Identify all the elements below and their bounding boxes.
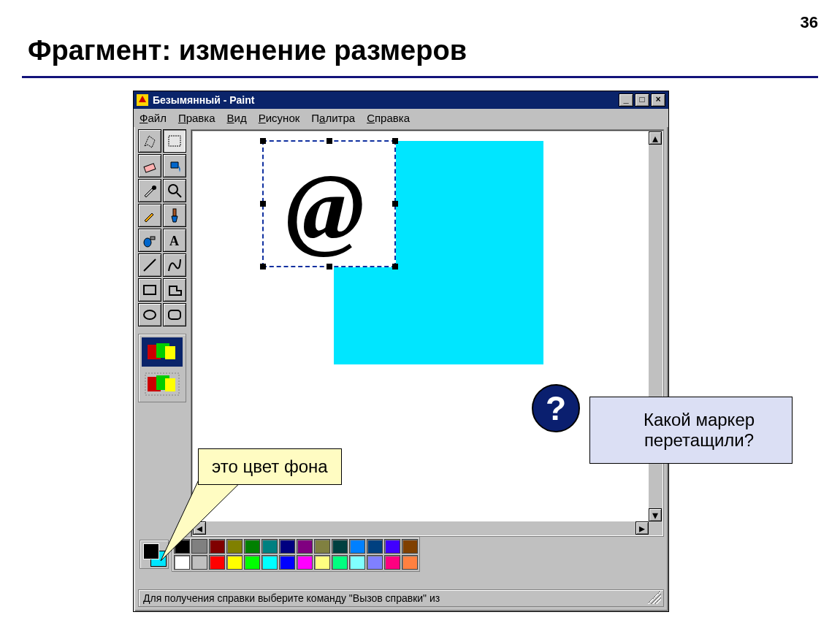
color-swatch[interactable]	[402, 539, 418, 554]
polygon-tool[interactable]	[163, 278, 186, 302]
line-tool[interactable]	[138, 253, 161, 277]
brush-tool-icon	[167, 207, 183, 223]
toolbox: A	[138, 129, 188, 402]
svg-point-4	[169, 185, 177, 194]
menu-bar: ФФайлайл Правка Вид Рисунок Палитра Спра…	[134, 109, 668, 127]
handle-se[interactable]	[392, 264, 398, 269]
scroll-up-button[interactable]: ▴	[649, 131, 662, 145]
rect-select-tool-icon	[167, 133, 183, 149]
eraser-tool-icon	[142, 158, 158, 174]
tool-options	[138, 334, 186, 402]
close-button[interactable]: ×	[651, 93, 665, 107]
app-icon	[137, 94, 148, 106]
menu-help[interactable]: Справка	[367, 112, 410, 124]
resize-grip[interactable]	[648, 591, 661, 604]
rounded-rect-tool[interactable]	[163, 303, 186, 326]
handle-sw[interactable]	[260, 264, 266, 269]
polygon-tool-icon	[167, 282, 183, 298]
titlebar[interactable]: Безымянный - Paint _ □ ×	[134, 91, 668, 109]
ellipse-tool[interactable]	[138, 303, 161, 326]
question-mark-icon: ?	[546, 389, 566, 428]
svg-point-3	[152, 186, 156, 190]
svg-line-5	[177, 193, 181, 197]
svg-point-13	[144, 310, 156, 319]
rounded-rect-tool-icon	[167, 307, 183, 323]
maximize-button[interactable]: □	[635, 93, 649, 107]
menu-edit[interactable]: Правка	[178, 112, 215, 124]
question-mark-circle: ?	[532, 384, 580, 432]
transparent-icon	[145, 372, 180, 396]
menu-view[interactable]: Вид	[227, 112, 247, 124]
free-select-tool-icon	[142, 133, 158, 149]
color-swatch[interactable]	[349, 539, 365, 554]
svg-rect-14	[169, 310, 180, 319]
handle-ne[interactable]	[392, 138, 398, 144]
handle-n[interactable]	[327, 138, 332, 144]
picker-tool-icon	[142, 183, 158, 199]
svg-rect-17	[165, 346, 175, 359]
callout-tail-icon	[146, 402, 336, 570]
eraser-tool[interactable]	[138, 154, 161, 177]
question-text: Какой маркер перетащили?	[611, 410, 787, 451]
color-swatch[interactable]	[384, 555, 400, 570]
svg-text:A: A	[169, 234, 179, 248]
color-swatch[interactable]	[402, 555, 418, 570]
svg-rect-6	[173, 209, 176, 216]
svg-marker-0	[145, 136, 155, 148]
opaque-icon	[145, 340, 180, 364]
handle-e[interactable]	[392, 201, 398, 207]
brush-tool[interactable]	[163, 204, 186, 227]
fill-tool-icon	[167, 158, 183, 174]
rectangle-tool-icon	[142, 282, 158, 298]
magnifier-tool-icon	[167, 183, 183, 199]
svg-rect-11	[144, 286, 156, 294]
color-swatch[interactable]	[367, 539, 383, 554]
svg-rect-1	[169, 136, 180, 146]
callout-text: это цвет фона	[212, 456, 328, 476]
magnifier-tool[interactable]	[163, 179, 186, 202]
minimize-button[interactable]: _	[619, 93, 633, 107]
svg-rect-2	[144, 164, 156, 172]
pencil-tool[interactable]	[138, 204, 161, 227]
text-tool[interactable]: A	[163, 229, 186, 252]
picker-tool[interactable]	[138, 179, 161, 202]
option-transparent[interactable]	[142, 370, 183, 399]
color-swatch[interactable]	[384, 539, 400, 554]
rect-select-tool[interactable]	[163, 129, 186, 153]
handle-w[interactable]	[260, 201, 266, 207]
svg-rect-8	[150, 237, 155, 240]
svg-marker-12	[169, 286, 181, 295]
scroll-right-button[interactable]: ▸	[635, 521, 649, 535]
question-box: Какой маркер перетащили?	[589, 397, 793, 464]
callout-bg-color: это цвет фона	[198, 448, 342, 485]
handle-s[interactable]	[327, 264, 332, 269]
slide-title: Фрагмент: изменение размеров	[28, 35, 467, 66]
selection-frame[interactable]: @	[262, 140, 396, 267]
status-text: Для получения справки выберите команду "…	[143, 592, 440, 604]
rectangle-tool[interactable]	[138, 278, 161, 302]
title-rule	[22, 76, 818, 78]
status-bar: Для получения справки выберите команду "…	[138, 589, 664, 607]
text-tool-icon: A	[167, 232, 183, 248]
fill-tool[interactable]	[163, 154, 186, 177]
at-symbol: @	[286, 159, 364, 254]
handle-nw[interactable]	[260, 138, 266, 144]
curve-tool[interactable]	[163, 253, 186, 277]
pencil-tool-icon	[142, 207, 158, 223]
curve-tool-icon	[167, 257, 183, 273]
svg-rect-20	[165, 378, 175, 391]
ellipse-tool-icon	[142, 307, 158, 323]
menu-image[interactable]: Рисунок	[259, 112, 300, 124]
scroll-down-button[interactable]: ▾	[649, 508, 662, 521]
airbrush-tool[interactable]	[138, 229, 161, 252]
svg-line-10	[144, 259, 156, 271]
color-swatch[interactable]	[367, 555, 383, 570]
menu-palette[interactable]: Палитра	[311, 112, 355, 124]
menu-file[interactable]: ФФайлайл	[140, 112, 167, 124]
line-tool-icon	[142, 257, 158, 273]
slide-number: 36	[801, 13, 818, 32]
airbrush-tool-icon	[142, 232, 158, 248]
color-swatch[interactable]	[349, 555, 365, 570]
free-select-tool[interactable]	[138, 129, 161, 153]
option-opaque[interactable]	[142, 337, 183, 367]
